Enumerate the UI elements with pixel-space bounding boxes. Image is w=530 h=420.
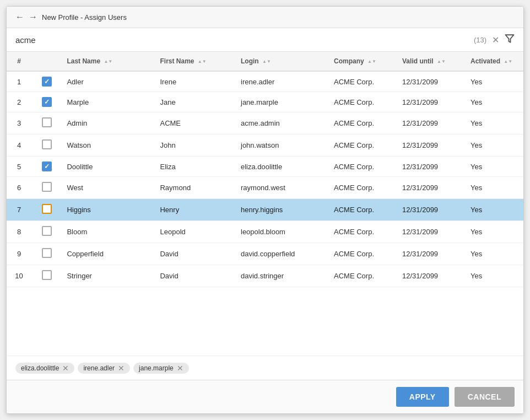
- breadcrumb: New Profile - Assign Users: [42, 13, 127, 21]
- row-checkbox[interactable]: [42, 226, 52, 236]
- forward-arrow[interactable]: →: [29, 12, 37, 22]
- row-login: eliza.doolittle: [236, 157, 329, 177]
- table-row[interactable]: 5DoolittleElizaeliza.doolittleACME Corp.…: [7, 157, 523, 177]
- row-company: ACME Corp.: [329, 199, 398, 221]
- row-num: 7: [7, 199, 31, 221]
- row-checkbox[interactable]: [42, 139, 52, 149]
- row-last-name: Adler: [62, 71, 155, 92]
- row-checkbox[interactable]: [42, 161, 52, 171]
- row-login: raymond.west: [236, 177, 329, 199]
- col-header-num: #: [7, 52, 31, 71]
- user-tag: eliza.doolittle✕: [15, 363, 74, 374]
- row-checkbox-cell: [31, 199, 62, 221]
- row-num: 9: [7, 243, 31, 265]
- dialog-footer: APPLY CANCEL: [7, 380, 523, 413]
- row-checkbox[interactable]: [42, 77, 52, 87]
- row-activated: Yes: [466, 243, 523, 265]
- row-checkbox[interactable]: [42, 248, 52, 258]
- row-first-name: ACME: [155, 112, 236, 134]
- row-login: john.watson: [236, 134, 329, 157]
- tag-remove-icon[interactable]: ✕: [177, 364, 183, 372]
- row-last-name: Doolittle: [62, 157, 155, 177]
- row-last-name: Stringer: [62, 265, 155, 287]
- row-first-name: Henry: [155, 199, 236, 221]
- col-header-activated[interactable]: Activated ▲▼: [466, 52, 523, 71]
- apply-button[interactable]: APPLY: [396, 387, 449, 407]
- row-login: david.copperfield: [236, 243, 329, 265]
- row-company: ACME Corp.: [329, 134, 398, 157]
- col-header-login[interactable]: Login ▲▼: [236, 52, 329, 71]
- row-activated: Yes: [466, 221, 523, 243]
- table-row[interactable]: 4WatsonJohnjohn.watsonACME Corp.12/31/20…: [7, 134, 523, 157]
- row-checkbox[interactable]: [42, 97, 52, 107]
- row-num: 8: [7, 221, 31, 243]
- table-row[interactable]: 2MarpleJanejane.marpleACME Corp.12/31/20…: [7, 92, 523, 112]
- row-valid-until: 12/31/2099: [398, 221, 466, 243]
- row-num: 2: [7, 92, 31, 112]
- row-first-name: Eliza: [155, 157, 236, 177]
- back-arrow[interactable]: ←: [15, 12, 24, 22]
- tag-label: jane.marple: [139, 364, 174, 372]
- row-login: david.stringer: [236, 265, 329, 287]
- table-row[interactable]: 6WestRaymondraymond.westACME Corp.12/31/…: [7, 177, 523, 199]
- row-checkbox[interactable]: [42, 117, 52, 127]
- row-valid-until: 12/31/2099: [398, 265, 466, 287]
- row-first-name: Jane: [155, 92, 236, 112]
- sort-activated-icon: ▲▼: [504, 60, 512, 64]
- sort-valid-icon: ▲▼: [437, 60, 446, 64]
- clear-search-icon[interactable]: ✕: [492, 35, 499, 45]
- col-header-first-name[interactable]: First Name ▲▼: [155, 52, 236, 71]
- row-first-name: John: [155, 134, 236, 157]
- row-activated: Yes: [466, 265, 523, 287]
- table-row[interactable]: 3AdminACMEacme.adminACME Corp.12/31/2099…: [7, 112, 523, 134]
- user-table: # Last Name ▲▼ First Name ▲▼ Login ▲▼: [7, 52, 523, 287]
- row-num: 3: [7, 112, 31, 134]
- result-count: (13): [474, 36, 486, 44]
- col-header-check: [31, 52, 62, 71]
- row-checkbox-cell: [31, 243, 62, 265]
- row-last-name: Higgins: [62, 199, 155, 221]
- search-input[interactable]: [15, 35, 468, 45]
- search-area: (13) ✕: [7, 28, 523, 52]
- row-company: ACME Corp.: [329, 265, 398, 287]
- selected-tags-area: eliza.doolittle✕irene.adler✕jane.marple✕: [7, 356, 523, 380]
- tag-remove-icon[interactable]: ✕: [62, 364, 69, 372]
- col-header-company[interactable]: Company ▲▼: [329, 52, 398, 71]
- row-activated: Yes: [466, 134, 523, 157]
- row-checkbox-cell: [31, 92, 62, 112]
- row-login: jane.marple: [236, 92, 329, 112]
- row-first-name: Leopold: [155, 221, 236, 243]
- user-tag: jane.marple✕: [133, 363, 189, 374]
- table-row[interactable]: 10StringerDaviddavid.stringerACME Corp.1…: [7, 265, 523, 287]
- row-checkbox[interactable]: [42, 204, 52, 214]
- row-num: 4: [7, 134, 31, 157]
- tag-label: irene.adler: [83, 364, 115, 372]
- filter-icon[interactable]: [505, 34, 515, 46]
- table-row[interactable]: 7HigginsHenryhenry.higginsACME Corp.12/3…: [7, 199, 523, 221]
- table-row[interactable]: 9CopperfieldDaviddavid.copperfieldACME C…: [7, 243, 523, 265]
- row-activated: Yes: [466, 199, 523, 221]
- row-company: ACME Corp.: [329, 243, 398, 265]
- row-last-name: Admin: [62, 112, 155, 134]
- row-company: ACME Corp.: [329, 71, 398, 92]
- table-row[interactable]: 1AdlerIreneirene.adlerACME Corp.12/31/20…: [7, 71, 523, 92]
- row-checkbox-cell: [31, 157, 62, 177]
- row-login: irene.adler: [236, 71, 329, 92]
- row-checkbox-cell: [31, 265, 62, 287]
- cancel-button[interactable]: CANCEL: [455, 387, 515, 407]
- row-activated: Yes: [466, 112, 523, 134]
- row-last-name: West: [62, 177, 155, 199]
- sort-company-icon: ▲▼: [367, 60, 376, 64]
- col-header-last-name[interactable]: Last Name ▲▼: [62, 52, 155, 71]
- row-num: 5: [7, 157, 31, 177]
- row-checkbox[interactable]: [42, 182, 52, 192]
- tag-remove-icon[interactable]: ✕: [118, 364, 125, 372]
- tag-label: eliza.doolittle: [21, 364, 59, 372]
- row-last-name: Bloom: [62, 221, 155, 243]
- table-row[interactable]: 8BloomLeopoldleopold.bloomACME Corp.12/3…: [7, 221, 523, 243]
- row-checkbox[interactable]: [42, 270, 52, 280]
- row-activated: Yes: [466, 71, 523, 92]
- col-header-valid-until[interactable]: Valid until ▲▼: [398, 52, 466, 71]
- row-checkbox-cell: [31, 134, 62, 157]
- row-activated: Yes: [466, 157, 523, 177]
